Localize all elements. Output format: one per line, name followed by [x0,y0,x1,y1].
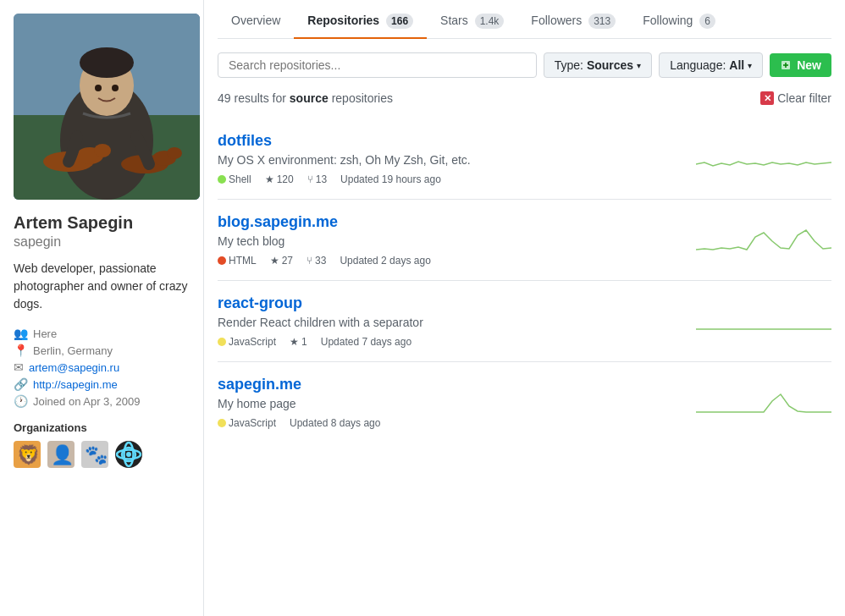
meta-city: 📍 Berlin, Germany [14,344,190,357]
fork-count: ⑂ 13 [307,173,327,185]
updated-time: Updated 19 hours ago [340,173,441,185]
repo-chart [696,220,831,254]
new-repo-button[interactable]: New [770,53,831,77]
organizations-section: Organizations 🦁 👤 🐾 [14,421,190,468]
sidebar: Artem Sapegin sapegin Web developer, pas… [0,0,203,616]
tab-overview[interactable]: Overview [218,3,294,39]
language-dot [218,175,226,184]
repo-meta: HTML ★ 27 ⑂ 33 Updated 2 days ago [218,255,696,267]
repo-link[interactable]: blog.sapegin.me [218,213,338,230]
svg-text:🐾: 🐾 [85,443,108,466]
language-dot [218,338,226,346]
meta-location: 👥 Here [14,327,190,340]
tab-stars[interactable]: Stars 1.4k [427,3,517,39]
type-dropdown[interactable]: Type: Sources ▾ [544,52,653,78]
filter-bar: Type: Sources ▾ Language: All ▾ New [218,52,831,78]
orgs-title: Organizations [14,421,190,434]
star-icon: ★ [290,336,299,348]
avatar [14,14,200,200]
repo-description: My tech blog [218,234,696,248]
svg-point-20 [126,452,131,457]
repo-name: blog.sapegin.me [218,213,696,231]
org-avatar-4[interactable] [115,441,142,468]
tab-stars-count: 1.4k [475,14,505,29]
tab-repositories[interactable]: Repositories 166 [294,3,427,39]
svg-text:🦁: 🦁 [17,443,41,466]
star-count: ★ 1 [290,336,307,348]
repo-name: sapegin.me [218,376,696,393]
repo-description: My OS X environment: zsh, Oh My Zsh, Git… [218,153,696,167]
star-icon: ★ [265,173,274,185]
orgs-list: 🦁 👤 🐾 [14,441,190,468]
repo-link[interactable]: dotfiles [218,132,272,149]
svg-point-9 [94,144,111,157]
repo-info: sapegin.me My home page JavaScript Updat… [218,376,696,429]
repo-description: My home page [218,397,696,410]
language-item: JavaScript [218,336,276,348]
results-header: 49 results for source repositories ✕ Cle… [218,91,831,105]
repo-meta: JavaScript ★ 1 Updated 7 days ago [218,336,696,348]
chevron-down-icon-2: ▾ [748,61,752,70]
repo-name: react-group [218,294,696,312]
svg-text:👤: 👤 [51,443,75,466]
table-row: sapegin.me My home page JavaScript Updat… [218,362,831,443]
language-dropdown[interactable]: Language: All ▾ [659,52,763,78]
main-content: Overview Repositories 166 Stars 1.4k Fol… [203,0,845,616]
meta-joined: 🕐 Joined on Apr 3, 2009 [14,394,190,408]
tab-followers-count: 313 [588,14,616,29]
repo-info: blog.sapegin.me My tech blog HTML ★ 27 [218,213,696,267]
people-icon: 👥 [14,327,28,340]
language-value: All [729,58,744,72]
svg-point-6 [112,85,119,91]
username-handle: sapegin [14,234,190,250]
org-avatar-3[interactable]: 🐾 [81,441,108,468]
repo-link[interactable]: react-group [218,294,302,311]
star-count: ★ 120 [265,173,294,185]
fork-count: ⑂ 33 [307,255,326,267]
org-avatar-1[interactable]: 🦁 [14,441,41,468]
fork-icon: ⑂ [307,255,312,267]
tab-following-count: 6 [699,14,715,29]
updated-time: Updated 8 days ago [290,417,380,429]
repo-meta: JavaScript Updated 8 days ago [218,417,696,429]
tab-repositories-count: 166 [386,14,413,29]
updated-time: Updated 7 days ago [321,336,411,348]
link-icon: 🔗 [14,377,28,391]
language-item: HTML [218,255,257,267]
clear-filter-button[interactable]: ✕ Clear filter [760,91,831,105]
fork-icon: ⑂ [307,173,313,185]
table-row: dotfiles My OS X environment: zsh, Oh My… [218,118,831,200]
svg-point-12 [167,147,182,159]
updated-time: Updated 2 days ago [340,255,430,267]
language-item: JavaScript [218,417,276,429]
meta-email[interactable]: ✉ artem@sapegin.ru [14,360,190,374]
language-dot [218,419,226,427]
meta-website[interactable]: 🔗 http://sapegin.me [14,377,190,391]
star-icon: ★ [270,255,279,267]
clock-icon: 🕐 [14,394,28,408]
table-row: blog.sapegin.me My tech blog HTML ★ 27 [218,200,831,281]
org-avatar-2[interactable]: 👤 [47,441,75,468]
repo-link[interactable]: sapegin.me [218,376,301,393]
bio: Web developer, passionate photographer a… [14,260,190,313]
tab-following[interactable]: Following 6 [629,3,729,39]
type-label: Type: [555,58,583,72]
svg-point-5 [95,85,102,91]
repo-info: dotfiles My OS X environment: zsh, Oh My… [218,132,696,185]
table-row: react-group Render React children with a… [218,281,831,362]
svg-point-4 [80,47,134,78]
profile-meta: 👥 Here 📍 Berlin, Germany ✉ artem@sapegin… [14,327,190,408]
repo-chart [696,139,831,173]
repo-name: dotfiles [218,132,696,150]
language-label: Language: [670,58,726,72]
close-icon: ✕ [760,91,774,105]
tabs-nav: Overview Repositories 166 Stars 1.4k Fol… [218,0,831,39]
search-input[interactable] [218,52,537,78]
repo-chart [696,382,831,416]
new-repo-icon [780,59,792,71]
repo-description: Render React children with a separator [218,316,696,329]
tab-followers[interactable]: Followers 313 [517,3,629,39]
display-name: Artem Sapegin [14,213,190,233]
repo-list: dotfiles My OS X environment: zsh, Oh My… [218,118,831,443]
results-count: 49 results for source repositories [218,91,393,105]
